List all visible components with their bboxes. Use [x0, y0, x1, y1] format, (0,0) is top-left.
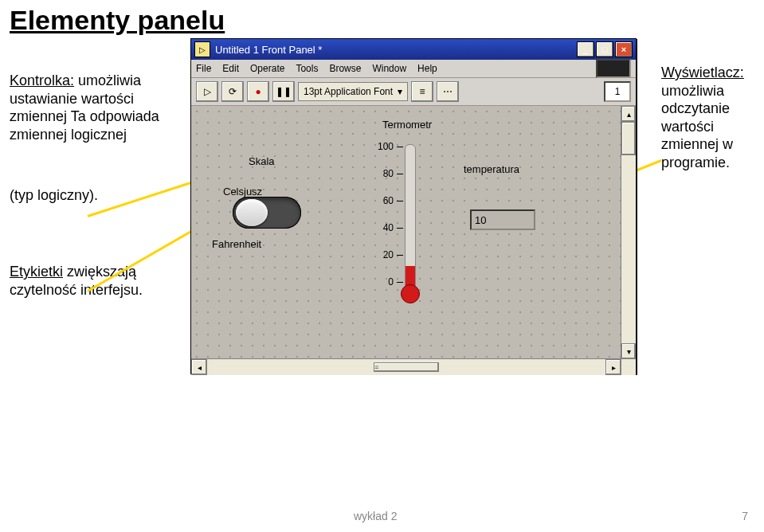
toolbar-number-box[interactable]: 1 — [604, 81, 631, 102]
tick-40: 40 — [370, 222, 394, 233]
temperatura-label: temperatura — [464, 163, 519, 175]
menu-file[interactable]: File — [196, 63, 211, 74]
etykietki-block: Etykietki zwiększają czytelność interfej… — [10, 263, 153, 299]
horizontal-scrollbar[interactable]: ◂ ≡ ▸ — [191, 358, 621, 375]
front-panel-canvas[interactable]: Skala Celsjusz Fahrenheit Termometr temp… — [191, 106, 621, 359]
vscroll-track[interactable] — [621, 155, 636, 343]
page-title: Elementy panelu — [10, 5, 225, 36]
vertical-scrollbar[interactable]: ▴ ▾ — [621, 106, 636, 359]
tick-0: 0 — [370, 276, 394, 288]
boolean-slide-switch[interactable] — [233, 197, 301, 229]
menu-edit[interactable]: Edit — [222, 63, 239, 74]
toolbar: ▷ ⟳ ● ❚❚ 13pt Application Font ▾ ≡ ⋯ 1 — [191, 78, 636, 106]
font-selector[interactable]: 13pt Application Font ▾ — [298, 82, 408, 101]
wyswietlacz-label: Wyświetlacz: — [661, 65, 744, 80]
termometr-label: Termometr — [382, 119, 432, 131]
app-icon-glyph: ▷ — [199, 45, 206, 54]
distribute-button[interactable]: ⋯ — [437, 81, 459, 102]
thermometer-tube — [405, 144, 416, 289]
skala-label: Skala — [249, 155, 275, 167]
scroll-left-button[interactable]: ◂ — [191, 359, 207, 375]
chevron-down-icon: ▾ — [398, 86, 402, 97]
pause-button[interactable]: ❚❚ — [272, 81, 295, 102]
numeric-indicator-value: 10 — [475, 214, 486, 226]
hscroll-track[interactable]: ≡ — [207, 359, 605, 375]
scroll-up-button[interactable]: ▴ — [621, 106, 636, 122]
wyswietlacz-block: Wyświetlacz: umożliwia odczytanie wartoś… — [661, 64, 757, 171]
fahrenheit-label: Fahrenheit — [212, 238, 261, 250]
tick-20: 20 — [370, 249, 394, 260]
run-button[interactable]: ▷ — [196, 81, 218, 102]
scroll-down-button[interactable]: ▾ — [621, 343, 636, 359]
wyswietlacz-text: umożliwia odczytanie wartości zmiennej w… — [661, 83, 733, 170]
maximize-button[interactable]: □ — [596, 41, 613, 57]
kontrolka-label: Kontrolka: — [10, 72, 74, 88]
app-icon: ▷ — [194, 41, 210, 57]
context-help-icon[interactable] — [596, 59, 631, 78]
abort-button[interactable]: ● — [247, 81, 269, 102]
slide-switch-knob — [236, 199, 268, 226]
tick-100: 100 — [370, 141, 394, 152]
scroll-right-button[interactable]: ▸ — [605, 359, 621, 375]
menu-operate[interactable]: Operate — [250, 63, 284, 74]
hscroll-thumb[interactable]: ≡ — [374, 362, 439, 372]
menu-tools[interactable]: Tools — [296, 63, 318, 74]
menu-browse[interactable]: Browse — [329, 63, 361, 74]
font-selector-label: 13pt Application Font — [304, 86, 393, 97]
minimize-button[interactable]: _ — [577, 41, 594, 57]
celsjusz-label: Celsjusz — [223, 186, 262, 198]
thermometer-bulb — [401, 284, 420, 303]
menu-help[interactable]: Help — [417, 63, 437, 74]
vscroll-thumb[interactable] — [621, 122, 636, 155]
scroll-corner — [621, 359, 636, 375]
canvas-wrap: Skala Celsjusz Fahrenheit Termometr temp… — [191, 106, 636, 375]
numeric-indicator[interactable]: 10 — [470, 209, 535, 230]
labview-window: ▷ Untitled 1 Front Panel * _ □ × File Ed… — [190, 38, 637, 374]
thermometer[interactable]: 100 80 60 40 20 0 — [398, 144, 421, 303]
align-button[interactable]: ≡ — [411, 81, 433, 102]
typ-logiczny-text: (typ logiczny). — [10, 187, 98, 204]
tick-60: 60 — [370, 195, 394, 206]
tick-80: 80 — [370, 168, 394, 179]
menu-window[interactable]: Window — [372, 63, 406, 74]
kontrolka-block: Kontrolka: umożliwia ustawianie wartości… — [10, 72, 161, 143]
footer-page-number: 7 — [742, 510, 748, 522]
close-button[interactable]: × — [615, 41, 633, 57]
run-continuously-button[interactable]: ⟳ — [221, 81, 244, 102]
menubar: File Edit Operate Tools Browse Window He… — [191, 60, 636, 78]
etykietki-label: Etykietki — [10, 264, 63, 280]
titlebar[interactable]: ▷ Untitled 1 Front Panel * _ □ × — [191, 39, 636, 60]
footer-lecture: wykład 2 — [354, 510, 397, 522]
window-title: Untitled 1 Front Panel * — [215, 44, 575, 56]
